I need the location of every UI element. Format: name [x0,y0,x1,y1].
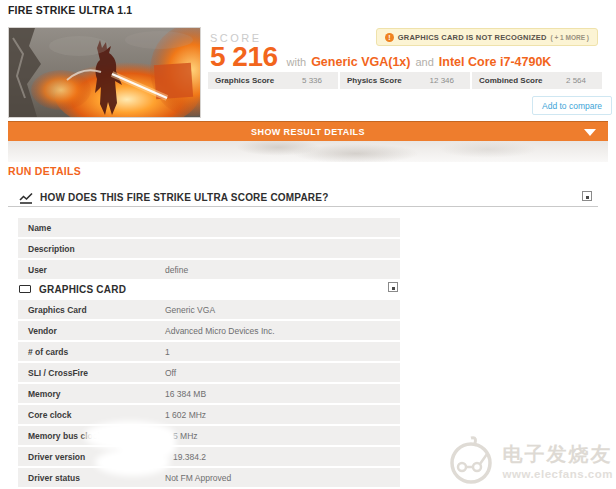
benchmark-result-page: FIRE STRIKE ULTRA 1.1 [0,0,616,489]
table-row: Description [18,239,400,258]
total-score: 5 216 [210,41,278,73]
graphics-score-label: Graphics Score [215,76,274,85]
subscores-bar: Graphics Score 5 336 Physics Score 12 34… [208,72,602,89]
gpu-name-link[interactable]: Generic VGA(1x) [311,55,410,69]
row-value: 16 384 MB [165,389,206,399]
compare-section-title: HOW DOES THIS FIRE STRIKE ULTRA SCORE CO… [40,192,328,203]
elecfans-watermark: 电子发烧友 www.elecfans.com [447,434,613,486]
row-label: Vendor [18,326,165,336]
row-label: SLI / CrossFire [18,368,165,378]
graphics-score-cell: Graphics Score 5 336 [208,72,338,89]
table-row: Core clock 1 602 MHz [18,405,400,424]
physics-score-value: 12 346 [430,76,454,85]
white-smudge-overlay [95,449,170,476]
graphics-card-icon [19,285,31,293]
add-to-compare-button[interactable]: Add to compare [532,96,612,115]
table-row: Memory 16 384 MB [18,384,400,403]
table-row: User define [18,260,400,279]
table-row: Vendor Advanced Micro Devices Inc. [18,321,400,340]
combined-score-value: 2 564 [566,76,586,85]
row-label: Name [18,223,165,233]
row-label: User [18,265,165,275]
combined-score-label: Combined Score [479,76,543,85]
with-text: with [287,56,307,68]
row-value: Advanced Micro Devices Inc. [165,326,275,336]
row-label: Memory [18,389,165,399]
row-value: 1 602 MHz [165,410,206,420]
table-row: SLI / CrossFire Off [18,363,400,382]
graphics-score-value: 5 336 [302,76,322,85]
compare-section-header[interactable]: HOW DOES THIS FIRE STRIKE ULTRA SCORE CO… [8,189,598,207]
line-chart-icon [19,192,33,204]
table-row: # of cards 1 [18,342,400,361]
row-label: # of cards [18,347,165,357]
physics-score-label: Physics Score [347,76,402,85]
firestrike-scene-image [9,28,200,117]
show-result-details-label: SHOW RESULT DETAILS [251,127,365,137]
row-value: 1 [165,347,170,357]
table-row: Driver status Not FM Approved [18,468,400,487]
warning-more-link[interactable]: ( + 1 MORE ) [551,34,589,41]
run-info-table: Name Description User define [18,218,400,281]
table-row: Memory bus clock 5 MHz [18,426,400,445]
chevron-down-icon [584,129,596,136]
and-text: and [415,56,433,68]
row-label: Graphics Card [18,305,165,315]
combined-score-cell: Combined Score 2 564 [472,72,602,89]
physics-score-cell: Physics Score 12 346 [340,72,470,89]
watermark-title: 电子发烧友 [503,441,613,468]
graphics-card-table: Graphics Card Generic VGA Vendor Advance… [18,300,400,489]
score-panel: ! GRAPHICS CARD IS NOT RECOGNIZED ( + 1 … [208,27,612,118]
table-row: Name [18,218,400,237]
show-result-details-bar[interactable]: SHOW RESULT DETAILS [8,121,608,141]
graphics-card-section-title: GRAPHICS CARD [39,284,126,295]
score-line: 5 216 with Generic VGA(1x) and Intel Cor… [210,41,551,73]
row-label: Core clock [18,410,165,420]
row-value: define [165,265,188,275]
page-title: FIRE STRIKE ULTRA 1.1 [8,4,132,16]
collapse-gpu-icon[interactable] [388,282,398,292]
row-value: Generic VGA [165,305,215,315]
graphics-card-section-header[interactable]: GRAPHICS CARD [8,281,400,297]
benchmark-thumbnail [8,27,201,118]
table-row: Graphics Card Generic VGA [18,300,400,319]
row-value: Off [165,368,176,378]
cpu-name-link[interactable]: Intel Core i7-4790K [439,55,552,69]
row-label: Description [18,244,165,254]
table-row: Driver version 19.384.2 [18,447,400,466]
row-value: Not FM Approved [165,473,231,483]
watermark-url: www.elecfans.com [503,468,613,480]
elecfans-logo-icon [447,434,497,486]
collapse-compare-icon[interactable] [582,191,592,201]
background-texture-strip [8,141,608,162]
run-details-heading: RUN DETAILS [8,165,81,177]
